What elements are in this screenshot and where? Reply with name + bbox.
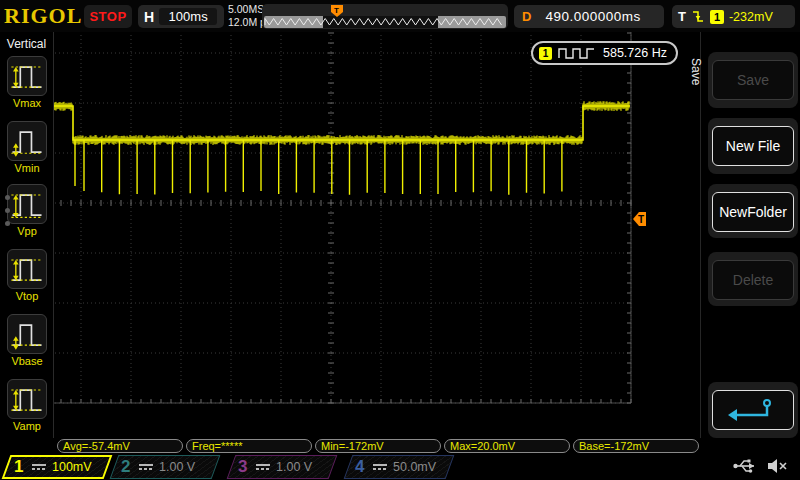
channel-1-number: 1 [14,457,30,477]
sidebar-title: Vertical [0,32,53,51]
dc-coupling-icon [32,464,46,470]
run-state-label: STOP [89,9,126,24]
trigger-info-box: T 1 -232mV [672,5,795,28]
measure-item-vbase[interactable]: Vbase [7,314,47,367]
measure-item-vamp[interactable]: Vamp [7,379,47,432]
channel-3-status[interactable]: 3 1.00 V [227,455,338,479]
page-dot [5,221,10,226]
measurement-min: Min=-172mV [315,439,441,453]
dc-coupling-icon [139,464,153,470]
return-arrow-icon [725,396,781,424]
rigol-logo: RIGOL [4,3,82,29]
channel-2-status[interactable]: 2 1.00 V [110,455,221,479]
back-button[interactable] [712,390,794,430]
menu-tab-label: Save [689,58,703,85]
frequency-counter: 1 585.726 Hz [531,41,678,65]
square-wave-icon [557,46,597,60]
channel-status-bar: 1 100mV 2 1.00 V 3 1.00 V 4 50.0mV [0,454,800,480]
vpp-label: Vpp [7,225,47,237]
vamp-label: Vamp [7,420,47,432]
measure-sidebar: Vertical Vmax Vmin Vpp Vtop Vbase Vamp [0,32,54,438]
horizontal-timebase-box: H 100ms [138,5,224,28]
trigger-delay-box: D 490.000000ms [514,5,664,28]
svg-text:T: T [638,214,644,225]
vtop-label: Vtop [7,290,47,302]
measure-item-vmax[interactable]: Vmax [7,56,47,109]
trigger-source-badge: 1 [710,10,724,24]
channel-1-status[interactable]: 1 100mV [2,455,113,479]
measurement-max: Max=20.0mV [444,439,570,453]
channel-2-scale: 1.00 V [159,460,195,474]
measurement-freq: Freq=***** [186,439,312,453]
vbase-icon [7,314,47,354]
page-dot [5,195,10,200]
vmin-label: Vmin [7,162,47,174]
new-folder-button[interactable]: NewFolder [712,192,794,232]
channel-4-status[interactable]: 4 50.0mV [344,455,455,479]
timebase-value: 100ms [159,8,217,25]
delay-label: D [522,9,531,24]
measure-item-vtop[interactable]: Vtop [7,249,47,302]
save-button[interactable]: Save [712,60,794,100]
channel-1-scale: 100mV [52,460,92,474]
channel-2-number: 2 [121,457,137,477]
vmin-icon [7,121,47,161]
memory-bar-graphic: T [262,4,508,29]
usb-icon [732,456,758,476]
counter-value: 585.726 Hz [603,46,667,60]
new-file-button[interactable]: New File [712,126,794,166]
page-dot [5,208,10,213]
vmax-label: Vmax [7,97,47,109]
run-state-indicator[interactable]: STOP [84,5,132,28]
channel-3-number: 3 [238,457,254,477]
dc-coupling-icon [373,464,387,470]
svg-text:T: T [334,6,339,15]
vtop-icon [7,249,47,289]
dc-coupling-icon [256,464,270,470]
measurement-base: Base=-172mV [573,439,699,453]
falling-edge-icon [691,9,705,24]
vmax-icon [7,56,47,96]
vamp-icon [7,379,47,419]
channel-4-scale: 50.0mV [393,460,436,474]
oscilloscope-screen: 1TT RIGOL STOP H 100ms 5.00MSa/s 12.0M p… [0,0,800,480]
measure-item-vmin[interactable]: Vmin [7,121,47,174]
channel-3-scale: 1.00 V [276,460,312,474]
softkey-menu: Save Save New File NewFolder Delete [700,32,800,438]
measure-item-vpp[interactable]: Vpp [7,184,47,237]
h-label: H [144,9,154,25]
waveform-memory-bar[interactable]: T [262,4,508,29]
speaker-muted-icon [766,456,790,476]
vpp-icon [7,184,47,224]
delete-button[interactable]: Delete [712,260,794,300]
vbase-label: Vbase [7,355,47,367]
top-status-bar: RIGOL STOP H 100ms 5.00MSa/s 12.0M pts T… [0,0,800,32]
measurement-avg: Avg=-57.4mV [57,439,183,453]
trigger-label: T [678,9,686,24]
trigger-level-value: -232mV [729,10,773,24]
counter-channel-badge: 1 [539,47,552,60]
channel-4-number: 4 [355,457,371,477]
delay-value: 490.000000ms [545,9,640,24]
